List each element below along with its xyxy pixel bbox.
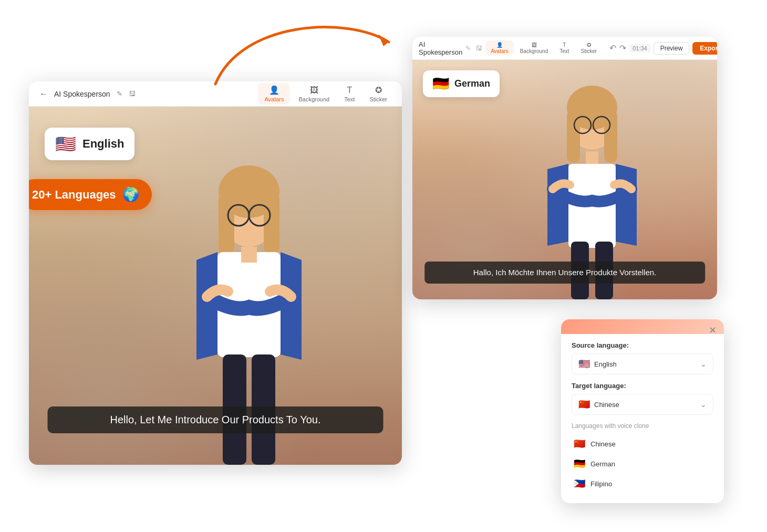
chinese-label: Chinese <box>590 440 616 448</box>
tab-avatars-right[interactable]: 👤 Avatars <box>485 40 514 56</box>
right-toolbar: AI Spokesperson ✎ 🖫 👤 Avatars 🖼 Backgrou… <box>412 37 717 60</box>
tab-background-left[interactable]: 🖼 Background <box>292 84 336 105</box>
filipino-label: Filipino <box>590 480 612 488</box>
tab-sticker-right[interactable]: ✪ Sticker <box>576 40 603 56</box>
source-select-left: 🇺🇸 English <box>578 358 617 370</box>
list-item-filipino[interactable]: 🇵🇭 Filipino <box>572 474 713 494</box>
right-toolbar-tabs: 👤 Avatars 🖼 Background T Text ✪ Sticker <box>485 40 602 56</box>
languages-badge: 20+ Languages 🌍 <box>29 179 152 210</box>
close-icon[interactable]: ✕ <box>709 325 717 336</box>
list-item-chinese[interactable]: 🇨🇳 Chinese <box>572 434 713 454</box>
redo-button[interactable]: ↷ <box>619 43 626 53</box>
source-language-select[interactable]: 🇺🇸 English ⌄ <box>572 353 713 374</box>
left-toolbar-tabs: 👤 Avatars 🖼 Background T Text ✪ Sticker <box>258 83 393 105</box>
left-toolbar: ← AI Spokesperson ✎ 🖫 👤 Avatars 🖼 Backgr… <box>29 81 402 107</box>
globe-icon: 🌍 <box>122 186 139 203</box>
subtitle-bar-right: Hallo, Ich Möchte Ihnen Unsere Produkte … <box>424 262 705 284</box>
lang-panel-header: ✕ <box>561 319 724 334</box>
sticker-icon-right: ✪ <box>587 42 591 48</box>
german-flag-list: 🇩🇪 <box>574 458 585 470</box>
chevron-down-icon-2: ⌄ <box>700 400 707 409</box>
filipino-flag: 🇵🇭 <box>574 478 585 489</box>
source-value: English <box>594 360 617 368</box>
english-badge: 🇺🇸 English <box>45 128 134 160</box>
tab-sticker-left[interactable]: ✪ Sticker <box>363 83 393 105</box>
source-flag: 🇺🇸 <box>578 358 590 370</box>
left-project-title: AI Spokesperson <box>54 90 110 98</box>
undo-button[interactable]: ↶ <box>609 43 616 53</box>
right-project-title: AI Spokesperson <box>419 40 462 56</box>
german-flag: 🇩🇪 <box>432 76 449 92</box>
background-icon: 🖼 <box>310 86 318 95</box>
subtitle-bar-left: Hello, Let Me Introduce Our Products To … <box>48 406 384 433</box>
languages-label: 20+ Languages <box>32 188 116 202</box>
right-panel-content: 🇩🇪 German Hallo, Ich Möchte Ihnen Unsere… <box>412 60 717 299</box>
voice-clone-label: Languages with voice clone <box>572 422 713 430</box>
left-editor-panel: ← AI Spokesperson ✎ 🖫 👤 Avatars 🖼 Backgr… <box>29 81 402 465</box>
svg-marker-0 <box>378 34 389 46</box>
chevron-down-icon: ⌄ <box>700 360 707 368</box>
right-toolbar-actions: ↶ ↷ 01:34 Preview Export <box>609 42 717 55</box>
target-select-left: 🇨🇳 Chinese <box>578 399 619 410</box>
text-icon-right: T <box>563 42 566 48</box>
edit-icon[interactable]: ✎ <box>117 90 122 98</box>
background-icon-right: 🖼 <box>532 42 537 48</box>
language-panel: ✕ Source language: 🇺🇸 English ⌄ Target l… <box>561 319 724 503</box>
avatars-icon-right: 👤 <box>496 42 503 48</box>
english-label: English <box>82 137 124 151</box>
subtitle-text-left: Hello, Let Me Introduce Our Products To … <box>110 414 321 425</box>
right-save-icon[interactable]: 🖫 <box>476 45 482 52</box>
avatars-icon: 👤 <box>269 85 279 95</box>
export-button[interactable]: Export <box>692 42 717 55</box>
sticker-icon: ✪ <box>375 85 382 95</box>
tab-background-right[interactable]: 🖼 Background <box>515 40 553 56</box>
svg-rect-9 <box>241 247 257 263</box>
target-flag: 🇨🇳 <box>578 399 590 410</box>
subtitle-text-right: Hallo, Ich Möchte Ihnen Unsere Produkte … <box>473 268 657 277</box>
left-panel-content: 🇺🇸 English 20+ Languages 🌍 Hello, Let Me… <box>29 107 402 465</box>
back-button[interactable]: ← <box>37 88 50 100</box>
preview-button[interactable]: Preview <box>654 42 690 55</box>
right-editor-panel: AI Spokesperson ✎ 🖫 👤 Avatars 🖼 Backgrou… <box>412 37 717 299</box>
svg-rect-18 <box>586 151 598 164</box>
text-icon: T <box>347 86 352 95</box>
target-language-select[interactable]: 🇨🇳 Chinese ⌄ <box>572 394 713 415</box>
german-label-list: German <box>590 460 615 468</box>
tab-text-left[interactable]: T Text <box>338 84 361 105</box>
target-language-label: Target language: <box>572 382 713 390</box>
source-language-label: Source language: <box>572 341 713 349</box>
target-value: Chinese <box>594 401 619 409</box>
list-item-german[interactable]: 🇩🇪 German <box>572 454 713 474</box>
german-badge: 🇩🇪 German <box>423 70 500 97</box>
time-display: 01:34 <box>629 44 650 53</box>
tab-text-right[interactable]: T Text <box>554 40 574 56</box>
german-label: German <box>454 78 490 89</box>
us-flag: 🇺🇸 <box>55 134 76 154</box>
chinese-flag: 🇨🇳 <box>574 438 585 450</box>
save-icon[interactable]: 🖫 <box>129 90 136 98</box>
lang-panel-body: Source language: 🇺🇸 English ⌄ Target lan… <box>561 334 724 503</box>
tab-avatars-left[interactable]: 👤 Avatars <box>258 83 290 105</box>
right-edit-icon[interactable]: ✎ <box>465 45 471 52</box>
